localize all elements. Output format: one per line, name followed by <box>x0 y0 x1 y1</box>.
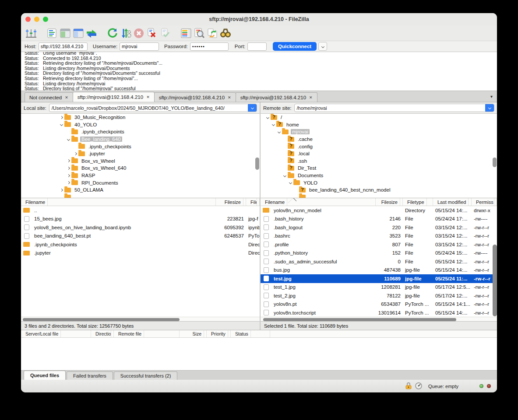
tab-list-dropdown[interactable]: ▾ <box>490 94 493 99</box>
column-header-server-local-file[interactable]: Server/Local file <box>21 330 91 337</box>
tree-item[interactable] <box>21 194 260 198</box>
file-row[interactable]: yolov8_bees_on_hive_landing_board.ipynb6… <box>21 223 260 232</box>
file-row[interactable]: test_1.jpg1208281jpg-file05/17/24 12:5..… <box>261 283 497 292</box>
chevron-down-icon[interactable] <box>271 123 275 126</box>
tree-item[interactable]: ?.ssh <box>261 158 497 165</box>
file-row[interactable]: yolov8n_ncnn_modelDirectory05/15/24 14:.… <box>261 206 497 215</box>
local-tree-toggle-icon[interactable] <box>59 27 72 39</box>
remote-tree-toggle-icon[interactable] <box>72 27 85 39</box>
chevron-down-icon[interactable] <box>60 123 63 126</box>
tree-item[interactable]: ?home <box>261 121 497 129</box>
chevron-right-icon[interactable] <box>60 189 63 192</box>
column-header-status[interactable]: Status <box>231 330 270 337</box>
chevron-right-icon[interactable] <box>67 181 70 184</box>
tree-item[interactable]: Box_vs_Wheel <box>21 158 260 165</box>
directory-comparison-icon[interactable] <box>193 27 206 39</box>
tree-item[interactable]: ?.local <box>261 150 497 158</box>
remote-tree-scrollbar[interactable] <box>493 158 497 167</box>
refresh-icon[interactable] <box>106 27 119 39</box>
column-header-filetype[interactable]: Filetype <box>403 198 433 206</box>
zoom-window-button[interactable] <box>43 17 48 22</box>
tree-item[interactable]: .ipynb_checkpoints <box>21 143 260 150</box>
username-input[interactable] <box>120 42 159 51</box>
tree-item-selected[interactable]: Bee_landing_640 <box>21 136 260 143</box>
tree-item[interactable]: YOLO <box>261 179 497 186</box>
column-header-size[interactable]: Size <box>180 330 207 337</box>
chevron-down-icon[interactable] <box>67 138 70 141</box>
tree-item[interactable]: ?bee_landing_640_best_ncnn_model <box>261 186 497 194</box>
speed-limits-icon[interactable] <box>415 382 422 390</box>
chevron-right-icon[interactable] <box>60 116 63 119</box>
tree-item[interactable]: ?.cache <box>261 136 497 143</box>
tree-item[interactable]: RPI_Documents <box>21 179 260 186</box>
minimize-window-button[interactable] <box>34 17 39 22</box>
file-row[interactable]: yolov8n.torchscript13019614PyTorch ...05… <box>261 308 497 317</box>
tab-successful-transfers[interactable]: Successful transfers (2) <box>114 371 178 380</box>
file-row[interactable]: yolov8n.pt6534387PyTorch ...05/15/24 14:… <box>261 300 497 309</box>
local-list-hscrollbar[interactable] <box>21 317 260 321</box>
lock-icon[interactable] <box>405 382 412 390</box>
local-directory-tree[interactable]: 30_Music_Recognition 40_YOLO .ipynb_chec… <box>21 114 260 198</box>
tab-failed-transfers[interactable]: Failed transfers <box>67 371 113 380</box>
tree-item[interactable]: ?/ <box>261 114 497 121</box>
tree-item[interactable]: ?Dir_Test <box>261 164 497 172</box>
queue-body[interactable] <box>21 338 497 370</box>
file-row[interactable]: .python_history152File05/24/24 15:...-rw… <box>261 249 497 258</box>
chevron-right-icon[interactable] <box>67 174 70 177</box>
port-input[interactable] <box>247 42 267 51</box>
file-row[interactable]: .bash_logout220File03/15/24 12:...-rw-r-… <box>261 223 497 232</box>
file-row[interactable]: .bash_history2146File05/24/24 17:...-rw-… <box>261 215 497 224</box>
find-files-icon[interactable] <box>219 27 232 39</box>
tab-queued-files[interactable]: Queued files <box>24 371 66 380</box>
tree-item[interactable]: Documents <box>261 172 497 179</box>
column-header-permissions[interactable]: Permiss <box>472 198 497 206</box>
local-site-combo[interactable]: /Users/marcelo_rovai/Dropbox/2024/50_MJR… <box>49 104 257 112</box>
host-input[interactable] <box>39 42 88 51</box>
local-tree-scrollbar[interactable] <box>255 158 259 170</box>
column-header-filename[interactable]: Filename <box>261 198 376 206</box>
column-header-direction[interactable]: Direction <box>91 330 114 337</box>
remote-site-dropdown-button[interactable] <box>485 104 494 112</box>
close-icon[interactable]: ✕ <box>228 95 231 100</box>
tab-connection-3[interactable]: sftp://mjrovai@192.168.4.210✕ <box>236 92 317 102</box>
filter-icon[interactable] <box>180 27 193 39</box>
password-input[interactable] <box>190 42 229 51</box>
tree-item[interactable]: RASP <box>21 172 260 179</box>
close-icon[interactable]: ✕ <box>309 95 313 100</box>
file-row[interactable]: bus.jpg487438jpg-file05/15/24 14:...-rw-… <box>261 266 497 275</box>
tree-item[interactable]: ?.config <box>261 143 497 150</box>
tab-connection-2[interactable]: sftp://mjrovai@192.168.4.210✕ <box>154 92 236 102</box>
message-log-toggle-icon[interactable] <box>46 27 59 39</box>
chevron-down-icon[interactable] <box>289 181 292 184</box>
file-row-selected[interactable]: test.jpg110689jpg-file05/25/24 11:...-rw… <box>261 274 497 283</box>
column-header-filesize[interactable]: Filesize <box>376 198 403 206</box>
chevron-down-icon[interactable] <box>266 116 269 119</box>
cancel-icon[interactable] <box>132 27 145 39</box>
file-row[interactable]: test_2.jpg78122jpg-file05/17/24 12:...-r… <box>261 291 497 300</box>
tree-item[interactable]: 50_OLLAMA <box>21 186 260 194</box>
column-header-filetype[interactable]: Filety <box>246 198 260 206</box>
file-row[interactable]: .sudo_as_admin_successful0File05/15/24 1… <box>261 257 497 266</box>
column-header-filename[interactable]: Filename <box>21 198 216 206</box>
close-icon[interactable]: ✕ <box>65 95 68 100</box>
local-site-dropdown-button[interactable] <box>248 104 257 112</box>
remote-list-scrollbar[interactable] <box>493 245 497 316</box>
quickconnect-button[interactable]: Quickconnect <box>273 42 317 51</box>
tree-item[interactable]: .ipynb_checkpoints <box>21 128 260 136</box>
remote-site-combo[interactable]: /home/mjrovai <box>294 104 494 112</box>
file-row[interactable]: bee_landing_640_best.pt6248537PyTo <box>21 232 260 241</box>
close-icon[interactable]: ✕ <box>146 95 150 99</box>
column-header-remote-file[interactable]: Remote file <box>114 330 180 337</box>
file-row[interactable]: .bashrc3523File03/15/24 12:...-rw-r--r <box>261 232 497 241</box>
file-row[interactable]: 15_bees.jpg223821jpg-f <box>21 215 260 224</box>
chevron-right-icon[interactable] <box>67 167 70 170</box>
tree-item[interactable]: 40_YOLO <box>21 121 260 129</box>
tab-not-connected[interactable]: Not connected✕ <box>25 92 73 102</box>
file-row[interactable]: .ipynb_checkpointsDirec <box>21 240 260 249</box>
remote-directory-tree[interactable]: ?/ ?home mjrovai ?.cache ?.config ?.loca… <box>261 114 497 198</box>
chevron-right-icon[interactable] <box>74 152 77 155</box>
column-header-priority[interactable]: Priority <box>207 330 231 337</box>
chevron-down-icon[interactable] <box>277 130 280 133</box>
transfer-queue-toggle-icon[interactable] <box>85 27 98 39</box>
column-header-filesize[interactable]: Filesize <box>216 198 246 206</box>
